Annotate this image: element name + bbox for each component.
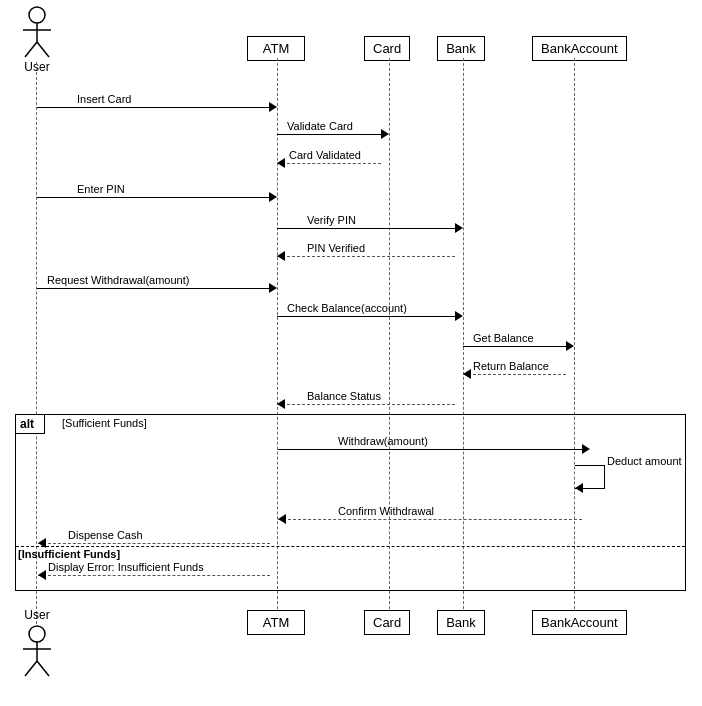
msg-balance-status: Balance Status [277, 398, 463, 412]
msg-confirm-withdrawal: Confirm Withdrawal [278, 513, 590, 527]
msg-insert-card: Insert Card [37, 101, 277, 115]
msg-return-balance: Return Balance [463, 368, 574, 382]
user-actor-bottom: User [15, 608, 59, 679]
user-label-top: User [15, 60, 59, 74]
bank-box-bottom: Bank [437, 610, 485, 635]
user-actor-top: User [15, 5, 59, 74]
svg-line-9 [37, 661, 49, 676]
msg-check-balance: Check Balance(account) [277, 310, 463, 324]
msg-display-error: Display Error: Insufficient Funds [38, 569, 278, 583]
bank-box-top: Bank [437, 36, 485, 61]
bankaccount-box-top: BankAccount [532, 36, 627, 61]
msg-get-balance: Get Balance [463, 340, 574, 354]
svg-line-8 [25, 661, 37, 676]
msg-label-insert-card: Insert Card [77, 93, 131, 105]
msg-label-enter-pin: Enter PIN [77, 183, 125, 195]
svg-line-3 [25, 42, 37, 57]
msg-label-withdraw: Withdraw(amount) [338, 435, 428, 447]
msg-label-display-error: Display Error: Insufficient Funds [48, 561, 204, 573]
alt-box: alt [Sufficient Funds] [Insufficient Fun… [15, 414, 686, 591]
msg-label-balance-status: Balance Status [307, 390, 381, 402]
user-label-bottom: User [15, 608, 59, 622]
alt-guard1: [Sufficient Funds] [62, 417, 147, 429]
msg-label-pin-verified: PIN Verified [307, 242, 365, 254]
msg-dispense-cash: Dispense Cash [38, 537, 278, 551]
card-box-top: Card [364, 36, 410, 61]
alt-tag: alt [16, 415, 45, 434]
atm-box-bottom: ATM [247, 610, 305, 635]
svg-line-4 [37, 42, 49, 57]
msg-enter-pin: Enter PIN [37, 191, 277, 205]
msg-label-deduct: Deduct amount [607, 455, 682, 467]
bankaccount-box-bottom: BankAccount [532, 610, 627, 635]
msg-label-confirm-withdrawal: Confirm Withdrawal [338, 505, 434, 517]
card-box-bottom: Card [364, 610, 410, 635]
msg-label-validate-card: Validate Card [287, 120, 353, 132]
msg-label-dispense-cash: Dispense Cash [68, 529, 143, 541]
msg-label-verify-pin: Verify PIN [307, 214, 356, 226]
msg-label-get-balance: Get Balance [473, 332, 534, 344]
svg-point-5 [29, 626, 45, 642]
atm-box-top: ATM [247, 36, 305, 61]
msg-validate-card: Validate Card [277, 128, 389, 142]
msg-withdraw: Withdraw(amount) [278, 443, 590, 457]
msg-label-request-withdrawal: Request Withdrawal(amount) [47, 274, 189, 286]
msg-label-return-balance: Return Balance [473, 360, 549, 372]
sequence-diagram: ATM Card Bank BankAccount User [0, 0, 702, 706]
msg-card-validated: Card Validated [277, 157, 389, 171]
msg-verify-pin: Verify PIN [277, 222, 463, 236]
msg-label-card-validated: Card Validated [289, 149, 361, 161]
msg-label-check-balance: Check Balance(account) [287, 302, 407, 314]
msg-request-withdrawal: Request Withdrawal(amount) [37, 282, 277, 296]
msg-pin-verified: PIN Verified [277, 250, 463, 264]
svg-point-0 [29, 7, 45, 23]
